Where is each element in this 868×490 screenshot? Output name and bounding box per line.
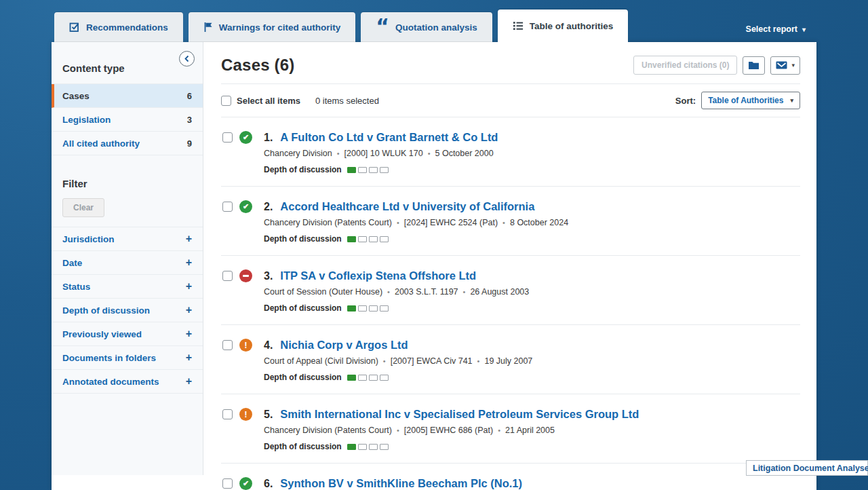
case-list: ✔1.A Fulton Co Ltd v Grant Barnett & Co … [221, 117, 800, 490]
sort-value: Table of Authorities [708, 96, 783, 105]
depth-bar [369, 167, 378, 173]
case-citation: [2007] EWCA Civ 741 [391, 356, 473, 366]
case-number: 4. [264, 338, 273, 352]
envelope-icon [776, 61, 787, 69]
filter-group-label: Annotated documents [62, 377, 159, 387]
depth-bar [347, 375, 356, 381]
filter-group-list: Jurisdiction+Date+Status+Depth of discus… [52, 227, 203, 394]
quote-icon: “ [376, 23, 389, 34]
case-title-line: 3.ITP SA v Coflexip Stena Offshore Ltd [264, 269, 529, 283]
select-all-label: Select all items [237, 96, 300, 106]
depth-of-discussion: Depth of discussion [264, 165, 498, 174]
depth-bar [347, 305, 356, 312]
checkbox-check-icon [69, 22, 80, 33]
app-window: Recommendations Warnings for cited autho… [52, 12, 816, 490]
sidebar-item-all-cited-authority[interactable]: All cited authority9 [52, 132, 203, 155]
check-circle-icon: ✔ [239, 200, 252, 213]
case-title-link[interactable]: Synthon BV v SmithKline Beecham Plc (No.… [280, 476, 522, 490]
case-row: ✔2.Accord Healthcare Ltd v University of… [221, 186, 800, 255]
depth-bar [380, 236, 389, 242]
unverified-citations-button[interactable]: Unverified citations (0) [633, 56, 737, 75]
sidebar-item-legislation[interactable]: Legislation3 [52, 108, 203, 132]
filter-group-depth-of-discussion[interactable]: Depth of discussion+ [52, 299, 203, 322]
filter-group-annotated-documents[interactable]: Annotated documents+ [52, 370, 203, 394]
flag-icon [203, 22, 213, 33]
filter-group-label: Previously viewed [62, 329, 142, 339]
plus-expand-icon: + [186, 233, 192, 245]
case-checkbox[interactable] [222, 478, 233, 489]
depth-bar [369, 305, 378, 312]
case-title-link[interactable]: A Fulton Co Ltd v Grant Barnett & Co Ltd [280, 130, 498, 145]
select-all-checkbox[interactable] [221, 96, 231, 106]
depth-of-discussion: Depth of discussion [264, 303, 529, 313]
minus-bar [243, 275, 249, 277]
depth-of-discussion: Depth of discussion [264, 373, 532, 382]
case-title-line: 2.Accord Healthcare Ltd v University of … [264, 200, 568, 214]
tab-quotation-analysis[interactable]: “ Quotation analysis [361, 12, 492, 42]
litigation-document-analyser-chip[interactable]: Litigation Document Analyser 2 [746, 460, 868, 476]
case-checkbox[interactable] [222, 409, 233, 419]
filter-group-label: Documents in folders [62, 353, 156, 363]
filter-group-documents-in-folders[interactable]: Documents in folders+ [52, 346, 203, 370]
filter-group-label: Status [62, 282, 90, 292]
items-selected-text: 0 items selected [315, 96, 379, 106]
sidebar-collapse-button[interactable] [179, 51, 195, 67]
case-court: Court of Appeal (Civil Division) [264, 356, 378, 366]
case-number: 2. [264, 200, 273, 214]
tab-label: Recommendations [86, 22, 168, 33]
filter-group-status[interactable]: Status+ [52, 275, 203, 299]
plus-expand-icon: + [186, 328, 192, 340]
case-checkbox[interactable] [222, 132, 233, 143]
plus-expand-icon: + [186, 352, 192, 364]
case-checkbox[interactable] [222, 271, 233, 281]
filter-group-label: Jurisdiction [62, 234, 115, 244]
exclamation-circle-icon: ! [239, 408, 252, 421]
filter-group-date[interactable]: Date+ [52, 251, 203, 275]
results-panel: Cases (6) Unverified citations (0) [203, 42, 816, 490]
case-title-link[interactable]: ITP SA v Coflexip Stena Offshore Ltd [280, 269, 476, 283]
case-row: !5.Smith International Inc v Specialised… [221, 394, 800, 463]
case-court: Chancery Division [264, 149, 332, 158]
filter-group-jurisdiction[interactable]: Jurisdiction+ [52, 227, 203, 251]
check-circle-icon: ✔ [239, 477, 252, 490]
depth-bar [369, 375, 378, 381]
case-meta: Court of Session (Outer House)•2003 S.L.… [264, 286, 529, 297]
tab-label: Quotation analysis [395, 22, 477, 33]
content-type-heading: Content type [52, 62, 203, 74]
tab-warnings-for-cited-authority[interactable]: Warnings for cited authority [189, 12, 356, 42]
depth-of-discussion: Depth of discussion [264, 234, 568, 244]
bullet-separator: • [397, 426, 399, 434]
chevron-down-icon: ▾ [790, 97, 793, 104]
case-title-link[interactable]: Nichia Corp v Argos Ltd [280, 338, 408, 352]
case-date: 8 October 2024 [510, 218, 568, 227]
deliver-button[interactable]: ▾ [770, 56, 800, 75]
sort-dropdown[interactable]: Table of Authorities ▾ [701, 92, 800, 109]
depth-of-discussion: Depth of discussion [264, 442, 639, 451]
case-checkbox[interactable] [222, 202, 233, 212]
clear-filters-button[interactable]: Clear [62, 198, 104, 217]
bullet-separator: • [477, 357, 480, 365]
tab-recommendations[interactable]: Recommendations [54, 12, 183, 42]
add-to-folder-button[interactable] [743, 56, 765, 75]
sidebar-item-cases[interactable]: Cases6 [52, 84, 203, 108]
depth-bar [347, 236, 356, 242]
case-title-line: 1.A Fulton Co Ltd v Grant Barnett & Co L… [264, 130, 498, 145]
case-checkbox[interactable] [222, 340, 233, 350]
page-title: Cases (6) [221, 56, 295, 75]
depth-bar [347, 444, 356, 450]
filter-group-previously-viewed[interactable]: Previously viewed+ [52, 322, 203, 346]
depth-label: Depth of discussion [264, 373, 342, 382]
analyser-label: Litigation Document Analyser [753, 464, 868, 473]
case-row: ✔1.A Fulton Co Ltd v Grant Barnett & Co … [221, 117, 800, 186]
case-body: 3.ITP SA v Coflexip Stena Offshore LtdCo… [264, 269, 529, 313]
filter-group-label: Depth of discussion [62, 305, 150, 316]
case-meta: Chancery Division (Patents Court)•[2005]… [264, 425, 639, 436]
case-meta: Chancery Division (Patents Court)•[2024]… [264, 217, 568, 228]
case-title-link[interactable]: Accord Healthcare Ltd v University of Ca… [280, 200, 534, 214]
case-title-link[interactable]: Smith International Inc v Specialised Pe… [280, 407, 639, 421]
case-date: 19 July 2007 [484, 356, 532, 366]
depth-label: Depth of discussion [264, 442, 342, 451]
list-icon [513, 21, 524, 31]
folder-icon [748, 60, 760, 70]
tab-table-of-authorities[interactable]: Table of authorities [498, 10, 629, 42]
